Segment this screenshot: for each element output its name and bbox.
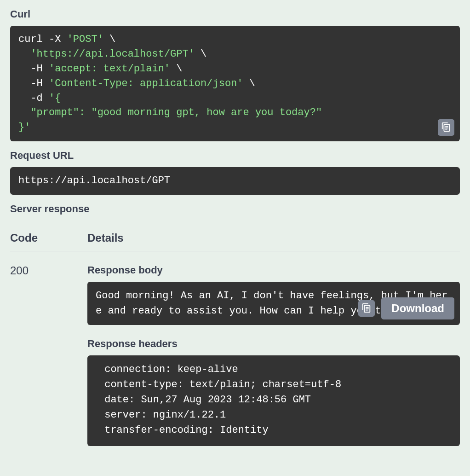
column-header-code: Code: [10, 232, 87, 244]
response-body-seg4: elp: [327, 305, 345, 317]
section-label-request-url: Request URL: [10, 150, 460, 162]
request-url-block: https://api.localhost/GPT: [10, 167, 460, 195]
response-table-header: Code Details: [10, 221, 460, 251]
clipboard-icon: [361, 303, 372, 314]
download-button[interactable]: Download: [381, 297, 454, 319]
copy-curl-button[interactable]: [438, 119, 454, 136]
curl-body-close: }': [18, 122, 30, 133]
section-label-server-response: Server response: [10, 203, 460, 215]
curl-body-open: '{: [49, 93, 61, 104]
section-label-curl: Curl: [10, 8, 460, 20]
section-label-response-body: Response body: [87, 264, 460, 276]
response-body-block: Good morning! As an AI, I don't have fee…: [87, 282, 460, 325]
response-row: 200 Response body Good morning! As an AI…: [10, 251, 460, 446]
status-code: 200: [10, 264, 87, 446]
curl-url: 'https://api.localhost/GPT': [30, 48, 194, 60]
section-label-response-headers: Response headers: [87, 338, 460, 350]
curl-cmd: curl -X: [18, 34, 67, 45]
curl-cont-1: \: [103, 34, 115, 45]
response-body-seg1: Good morning! As an AI, I don: [96, 290, 272, 302]
request-url-value: https://api.localhost/GPT: [18, 175, 170, 186]
response-headers-block: connection: keep-alive content-type: tex…: [87, 355, 460, 446]
curl-method: 'POST': [67, 34, 103, 45]
curl-cont-4: \: [243, 78, 255, 89]
curl-cont-3: \: [170, 63, 182, 75]
curl-header-1: 'accept: text/plain': [49, 63, 170, 75]
curl-code-block: curl -X 'POST' \ 'https://api.localhost/…: [10, 26, 460, 141]
curl-cont-2: \: [195, 48, 206, 60]
curl-header-2: 'Content-Type: application/json': [49, 78, 243, 89]
curl-body-line: "prompt": "good morning gpt, how are you…: [18, 107, 322, 118]
column-header-details: Details: [87, 232, 124, 244]
clipboard-icon: [441, 122, 451, 134]
copy-response-body-button[interactable]: [358, 300, 375, 317]
